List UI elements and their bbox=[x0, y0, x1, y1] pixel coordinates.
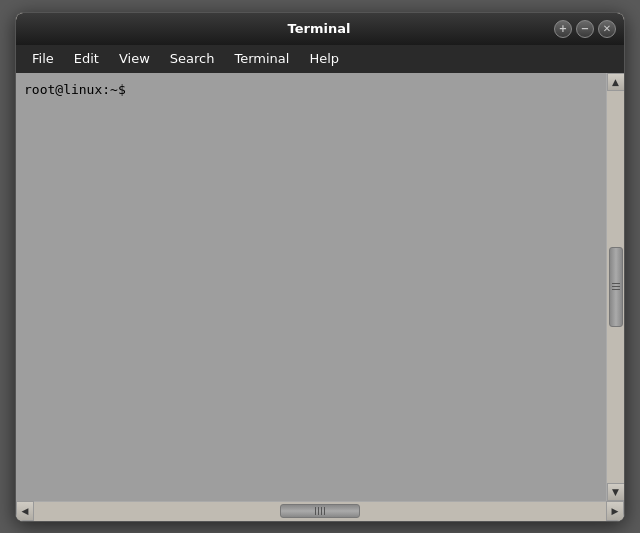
menubar: File Edit View Search Terminal Help bbox=[16, 45, 624, 73]
menu-file[interactable]: File bbox=[22, 48, 64, 69]
hgrip-line-4 bbox=[324, 507, 325, 515]
hgrip-line-1 bbox=[315, 507, 316, 515]
hgrip-line-3 bbox=[321, 507, 322, 515]
menu-edit[interactable]: Edit bbox=[64, 48, 109, 69]
terminal-content[interactable]: root@linux:~$ bbox=[16, 73, 606, 501]
terminal-window: Terminal + − ✕ File Edit View Search Ter… bbox=[15, 12, 625, 522]
vertical-scrollbar: ▲ ▼ bbox=[606, 73, 624, 501]
scroll-right-button[interactable]: ▶ bbox=[606, 501, 624, 521]
vscroll-grip bbox=[612, 283, 620, 290]
add-tab-button[interactable]: + bbox=[554, 20, 572, 38]
grip-line-3 bbox=[612, 289, 620, 290]
menu-terminal[interactable]: Terminal bbox=[224, 48, 299, 69]
scroll-down-button[interactable]: ▼ bbox=[607, 483, 625, 501]
vscroll-track bbox=[607, 91, 624, 483]
window-controls: + − ✕ bbox=[554, 20, 616, 38]
minimize-button[interactable]: − bbox=[576, 20, 594, 38]
grip-line-2 bbox=[612, 286, 620, 287]
close-button[interactable]: ✕ bbox=[598, 20, 616, 38]
hscroll-thumb[interactable] bbox=[280, 504, 360, 518]
titlebar: Terminal + − ✕ bbox=[16, 13, 624, 45]
terminal-prompt: root@linux:~$ bbox=[24, 82, 126, 97]
vscroll-thumb[interactable] bbox=[609, 247, 623, 327]
menu-view[interactable]: View bbox=[109, 48, 160, 69]
menu-help[interactable]: Help bbox=[299, 48, 349, 69]
window-title: Terminal bbox=[84, 21, 554, 36]
terminal-container: root@linux:~$ ▲ ▼ bbox=[16, 73, 624, 501]
grip-line-1 bbox=[612, 283, 620, 284]
menu-search[interactable]: Search bbox=[160, 48, 225, 69]
scroll-left-button[interactable]: ◀ bbox=[16, 501, 34, 521]
horizontal-scrollbar: ◀ ▶ bbox=[16, 501, 624, 521]
scroll-up-button[interactable]: ▲ bbox=[607, 73, 625, 91]
hscroll-track bbox=[34, 502, 606, 521]
hgrip-line-2 bbox=[318, 507, 319, 515]
